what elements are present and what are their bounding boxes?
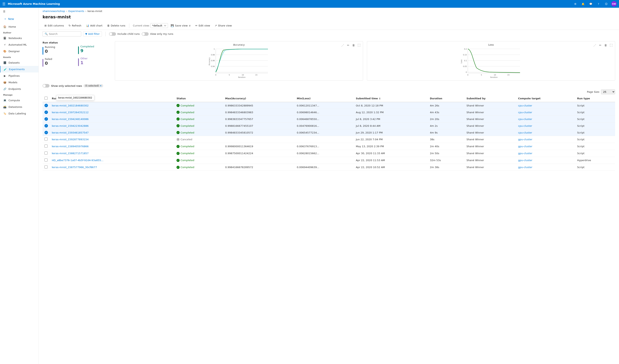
compute-target-link[interactable]: gpu-cluster [518, 159, 532, 162]
sidebar-item-automated-ml[interactable]: ⚡ Automated ML [0, 41, 39, 48]
run-id-link[interactable]: keras-mnist_1587577966_30cf8677 [52, 166, 97, 169]
status-cell: ✓ Completed [175, 116, 223, 122]
sidebar-item-data-labeling[interactable]: 🏷️ Data Labeling [0, 110, 39, 117]
accuracy-chart-delete-icon[interactable]: 🗑 [351, 43, 356, 48]
add-chart-button[interactable]: 📊 Add chart [84, 23, 104, 28]
select-all-checkbox[interactable] [44, 97, 48, 100]
compute-target-link[interactable]: cpu-cluster [518, 124, 532, 127]
feedback-icon[interactable]: 💬 [588, 1, 593, 7]
row-checkbox-cell[interactable] [42, 164, 50, 171]
run-id-link[interactable]: keras-mnist_1589405976866 [52, 145, 88, 148]
row-checkbox-cell[interactable] [42, 150, 50, 157]
col-run-type[interactable]: Run type [575, 95, 615, 102]
run-id-link[interactable]: keras-mnist_1594248140086 [52, 118, 88, 121]
row-checkbox-cell[interactable]: ✓ [42, 109, 50, 116]
new-button[interactable]: ＋ New [1, 16, 37, 22]
col-duration[interactable]: Duration [428, 95, 464, 102]
notification-icon[interactable]: 🔔 [580, 1, 586, 7]
settings-icon[interactable]: ⚙ [573, 1, 578, 7]
accuracy-chart-expand-icon[interactable]: ⛶ [357, 43, 361, 48]
loss-chart-edit-icon[interactable]: ✏ [598, 43, 603, 48]
compute-target-link[interactable]: cpu-cluster [518, 118, 532, 121]
view-only-my-runs-toggle[interactable] [142, 32, 149, 36]
row-checkbox[interactable] [44, 165, 48, 168]
col-submitted-time[interactable]: Submitted time ↓ [354, 95, 428, 102]
compute-target-link[interactable]: gpu-cluster [518, 152, 532, 155]
run-id-link[interactable]: keras-mnist_1588271571857 [52, 152, 88, 155]
edit-columns-button[interactable]: ⊞ Edit columns [42, 23, 66, 28]
add-filter-button[interactable]: ▼ Add filter [83, 31, 102, 37]
run-id-link[interactable]: keras-mnist_1597264352112 [52, 111, 88, 114]
compute-target-link[interactable]: gpu-cluster [518, 145, 532, 148]
sidebar-item-notebooks[interactable]: 📓 Notebooks [0, 35, 39, 41]
search-input[interactable] [49, 32, 79, 35]
sidebar-item-designer[interactable]: 🎨 Designer [0, 48, 39, 54]
sidebar-toggle[interactable]: ☰ [0, 8, 39, 15]
refresh-button[interactable]: ↻ Refresh [67, 23, 83, 28]
delete-runs-button[interactable]: 🗑 Delete runs [105, 23, 127, 28]
other-item: Other 1 [80, 57, 88, 65]
other-bar [78, 58, 79, 66]
experiments-icon: 🧪 [3, 67, 7, 71]
accuracy-chart-line-icon[interactable]: ⋰ [340, 43, 345, 48]
col-min-loss[interactable]: Min(Loss) [295, 95, 354, 102]
search-box[interactable]: 🔍 [42, 31, 81, 37]
run-id-link[interactable]: keras-mnist_1602184680302 [52, 104, 88, 107]
edit-view-button[interactable]: ✏️ Edit view [193, 23, 212, 28]
row-checkbox-cell[interactable] [42, 136, 50, 143]
sidebar-item-compute[interactable]: 💻 Compute [0, 97, 39, 104]
loss-chart-expand-icon[interactable]: ⛶ [609, 43, 613, 48]
row-checkbox-cell[interactable]: ✓ [42, 102, 50, 109]
accuracy-chart-edit-icon[interactable]: ✏ [346, 43, 351, 48]
show-selected-toggle-switch[interactable] [42, 84, 49, 88]
row-checkbox-cell[interactable]: ✓ [42, 122, 50, 129]
avatar[interactable]: SW [611, 1, 617, 7]
sidebar-item-pipelines[interactable]: ▶️ Pipelines [0, 72, 39, 79]
current-view-select[interactable]: *default [150, 23, 168, 28]
compute-target-link[interactable]: cpu-cluster [518, 131, 532, 134]
row-checkbox[interactable] [44, 158, 48, 162]
compute-target-link[interactable]: cpu-cluster [518, 104, 532, 107]
run-id-link[interactable]: keras-mnist_1593461857547 [52, 131, 88, 134]
clear-selection-icon[interactable]: ✕ [100, 84, 102, 87]
save-view-button[interactable]: 💾 Save view ∨ [169, 23, 193, 28]
breadcrumb-section[interactable]: Experiments [69, 10, 84, 13]
breadcrumb-workspace[interactable]: shwinneworkshop [42, 10, 65, 13]
col-submitted-by[interactable]: Submitted by [464, 95, 516, 102]
hamburger-icon[interactable]: ☰ [2, 2, 5, 6]
sidebar-item-models[interactable]: 📦 Models [0, 79, 39, 86]
help-icon[interactable]: ? [596, 1, 601, 7]
row-checkbox-cell[interactable]: ✓ [42, 116, 50, 122]
row-checkbox[interactable] [44, 151, 48, 155]
sidebar-item-datasets[interactable]: 🗄️ Datasets [0, 59, 39, 66]
row-checkbox[interactable] [44, 145, 48, 148]
compute-target-link[interactable]: gpu-cluster [518, 138, 532, 141]
loss-chart-delete-icon[interactable]: 🗑 [603, 43, 608, 48]
loss-chart-line-icon[interactable]: ⋰ [592, 43, 597, 48]
col-status[interactable]: Status [175, 95, 223, 102]
accuracy-chart-svg: 1 0.98 0.96 0.94 0 5 10 15 Iteration Acc… [117, 47, 361, 78]
sidebar-item-datastores[interactable]: 🗃️ Datastores [0, 104, 39, 110]
compute-target-link[interactable]: gpu-cluster [518, 166, 532, 169]
run-id-link[interactable]: keras-mnist_1592877893154 [52, 138, 88, 141]
sidebar-item-home[interactable]: 🏠 Home [0, 23, 39, 30]
col-compute-target[interactable]: Compute target [516, 95, 575, 102]
select-all-header[interactable] [42, 95, 50, 102]
row-checkbox[interactable] [44, 137, 48, 141]
sidebar-item-experiments[interactable]: 🧪 Experiments [0, 66, 39, 72]
user-face-icon[interactable]: 😊 [604, 1, 609, 7]
row-checkbox-cell[interactable] [42, 143, 50, 150]
include-child-runs-toggle[interactable] [109, 32, 116, 36]
running-item: Running 0 [45, 46, 55, 54]
sidebar-item-endpoints[interactable]: 🔗 Endpoints [0, 86, 39, 92]
run-id-link[interactable]: keras-mnist_1594223042886 [52, 124, 88, 127]
row-checkbox-cell[interactable] [42, 157, 50, 164]
table-row: keras-mnist_1588271571857 ✓ Completed 0.… [42, 150, 615, 157]
col-max-accuracy[interactable]: Max(Accuracy) [223, 95, 295, 102]
row-checked-icon: ✓ [44, 117, 48, 121]
row-checkbox-cell[interactable]: ✓ [42, 129, 50, 136]
page-size-select[interactable]: 25 50 100 [601, 89, 615, 94]
share-view-button[interactable]: ↗ Share view [213, 23, 234, 28]
compute-target-link[interactable]: cpu-cluster [518, 111, 532, 114]
run-id-link[interactable]: HD_a8be7376-1a07-4b5f-92d4-93a855... [52, 159, 103, 162]
